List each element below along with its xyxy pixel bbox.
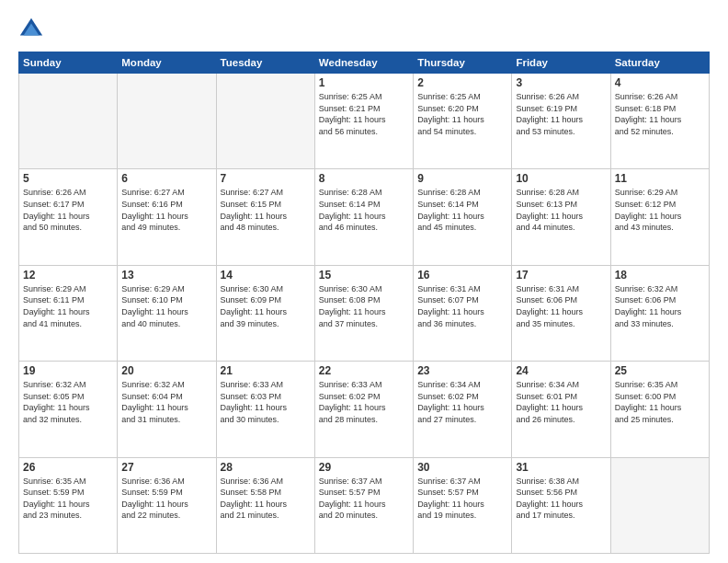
weekday-monday: Monday [118,52,216,74]
cell-info: Sunrise: 6:29 AM Sunset: 6:12 PM Dayligh… [615,187,705,233]
cell-info: Sunrise: 6:28 AM Sunset: 6:14 PM Dayligh… [319,187,409,233]
calendar-cell: 14Sunrise: 6:30 AM Sunset: 6:09 PM Dayli… [216,265,314,361]
calendar-cell: 24Sunrise: 6:34 AM Sunset: 6:01 PM Dayli… [512,362,610,457]
calendar-cell [610,457,709,553]
calendar-cell: 12Sunrise: 6:29 AM Sunset: 6:11 PM Dayli… [19,265,118,361]
calendar-cell: 13Sunrise: 6:29 AM Sunset: 6:10 PM Dayli… [118,265,216,361]
day-number: 16 [417,269,507,282]
calendar-cell: 15Sunrise: 6:30 AM Sunset: 6:08 PM Dayli… [314,265,413,361]
day-number: 4 [615,76,705,89]
weekday-wednesday: Wednesday [314,52,413,74]
calendar-cell: 10Sunrise: 6:28 AM Sunset: 6:13 PM Dayli… [512,169,610,265]
calendar-cell: 23Sunrise: 6:34 AM Sunset: 6:02 PM Dayli… [414,362,512,457]
calendar-cell: 30Sunrise: 6:37 AM Sunset: 5:57 PM Dayli… [414,457,512,553]
logo-icon [18,17,44,42]
cell-info: Sunrise: 6:26 AM Sunset: 6:19 PM Dayligh… [516,91,606,137]
day-number: 26 [23,461,113,474]
cell-info: Sunrise: 6:36 AM Sunset: 5:58 PM Dayligh… [221,476,311,522]
cell-info: Sunrise: 6:25 AM Sunset: 6:20 PM Dayligh… [417,91,507,137]
calendar-cell: 2Sunrise: 6:25 AM Sunset: 6:20 PM Daylig… [414,74,512,169]
cell-info: Sunrise: 6:31 AM Sunset: 6:07 PM Dayligh… [417,283,507,329]
calendar-table: SundayMondayTuesdayWednesdayThursdayFrid… [18,52,710,554]
cell-info: Sunrise: 6:38 AM Sunset: 5:56 PM Dayligh… [516,476,606,522]
cell-info: Sunrise: 6:26 AM Sunset: 6:17 PM Dayligh… [23,187,113,233]
calendar-cell: 9Sunrise: 6:28 AM Sunset: 6:14 PM Daylig… [414,169,512,265]
calendar-cell: 1Sunrise: 6:25 AM Sunset: 6:21 PM Daylig… [314,74,413,169]
cell-info: Sunrise: 6:34 AM Sunset: 6:02 PM Dayligh… [417,379,507,425]
cell-info: Sunrise: 6:26 AM Sunset: 6:18 PM Dayligh… [615,91,705,137]
day-number: 17 [516,269,606,282]
cell-info: Sunrise: 6:32 AM Sunset: 6:06 PM Dayligh… [615,283,705,329]
calendar-cell: 8Sunrise: 6:28 AM Sunset: 6:14 PM Daylig… [314,169,413,265]
cell-info: Sunrise: 6:35 AM Sunset: 6:00 PM Dayligh… [615,379,705,425]
day-number: 3 [516,76,606,89]
cell-info: Sunrise: 6:28 AM Sunset: 6:14 PM Dayligh… [417,187,507,233]
calendar-cell: 27Sunrise: 6:36 AM Sunset: 5:59 PM Dayli… [118,457,216,553]
day-number: 9 [417,172,507,185]
calendar-cell: 22Sunrise: 6:33 AM Sunset: 6:02 PM Dayli… [314,362,413,457]
page: SundayMondayTuesdayWednesdayThursdayFrid… [0,0,728,563]
cell-info: Sunrise: 6:36 AM Sunset: 5:59 PM Dayligh… [121,476,211,522]
calendar-cell [118,74,216,169]
calendar-cell: 20Sunrise: 6:32 AM Sunset: 6:04 PM Dayli… [118,362,216,457]
day-number: 14 [221,269,311,282]
weekday-header-row: SundayMondayTuesdayWednesdayThursdayFrid… [19,52,710,74]
calendar-cell: 3Sunrise: 6:26 AM Sunset: 6:19 PM Daylig… [512,74,610,169]
calendar-cell: 11Sunrise: 6:29 AM Sunset: 6:12 PM Dayli… [610,169,709,265]
weekday-friday: Friday [512,52,610,74]
day-number: 2 [417,76,507,89]
calendar-cell: 19Sunrise: 6:32 AM Sunset: 6:05 PM Dayli… [19,362,118,457]
day-number: 24 [516,364,606,377]
calendar-cell: 17Sunrise: 6:31 AM Sunset: 6:06 PM Dayli… [512,265,610,361]
cell-info: Sunrise: 6:37 AM Sunset: 5:57 PM Dayligh… [417,476,507,522]
calendar-cell: 29Sunrise: 6:37 AM Sunset: 5:57 PM Dayli… [314,457,413,553]
day-number: 15 [319,269,409,282]
day-number: 25 [615,364,705,377]
calendar-cell: 21Sunrise: 6:33 AM Sunset: 6:03 PM Dayli… [216,362,314,457]
day-number: 23 [417,364,507,377]
week-row-4: 26Sunrise: 6:35 AM Sunset: 5:59 PM Dayli… [19,457,710,553]
week-row-0: 1Sunrise: 6:25 AM Sunset: 6:21 PM Daylig… [19,74,710,169]
cell-info: Sunrise: 6:31 AM Sunset: 6:06 PM Dayligh… [516,283,606,329]
weekday-saturday: Saturday [610,52,709,74]
cell-info: Sunrise: 6:32 AM Sunset: 6:05 PM Dayligh… [23,379,113,425]
cell-info: Sunrise: 6:33 AM Sunset: 6:03 PM Dayligh… [221,379,311,425]
cell-info: Sunrise: 6:29 AM Sunset: 6:11 PM Dayligh… [23,283,113,329]
day-number: 19 [23,364,113,377]
week-row-1: 5Sunrise: 6:26 AM Sunset: 6:17 PM Daylig… [19,169,710,265]
day-number: 6 [121,172,211,185]
calendar-cell: 5Sunrise: 6:26 AM Sunset: 6:17 PM Daylig… [19,169,118,265]
day-number: 13 [121,269,211,282]
cell-info: Sunrise: 6:30 AM Sunset: 6:09 PM Dayligh… [221,283,311,329]
calendar-cell: 25Sunrise: 6:35 AM Sunset: 6:00 PM Dayli… [610,362,709,457]
calendar-cell: 26Sunrise: 6:35 AM Sunset: 5:59 PM Dayli… [19,457,118,553]
day-number: 29 [319,461,409,474]
cell-info: Sunrise: 6:29 AM Sunset: 6:10 PM Dayligh… [121,283,211,329]
day-number: 12 [23,269,113,282]
weekday-sunday: Sunday [19,52,118,74]
calendar-cell [216,74,314,169]
calendar-cell: 6Sunrise: 6:27 AM Sunset: 6:16 PM Daylig… [118,169,216,265]
cell-info: Sunrise: 6:25 AM Sunset: 6:21 PM Dayligh… [319,91,409,137]
calendar-cell: 4Sunrise: 6:26 AM Sunset: 6:18 PM Daylig… [610,74,709,169]
day-number: 22 [319,364,409,377]
weekday-thursday: Thursday [414,52,512,74]
day-number: 1 [319,76,409,89]
logo [18,17,48,42]
calendar-cell: 31Sunrise: 6:38 AM Sunset: 5:56 PM Dayli… [512,457,610,553]
cell-info: Sunrise: 6:27 AM Sunset: 6:16 PM Dayligh… [121,187,211,233]
day-number: 30 [417,461,507,474]
day-number: 10 [516,172,606,185]
weekday-tuesday: Tuesday [216,52,314,74]
header [18,17,710,42]
calendar-cell: 16Sunrise: 6:31 AM Sunset: 6:07 PM Dayli… [414,265,512,361]
week-row-3: 19Sunrise: 6:32 AM Sunset: 6:05 PM Dayli… [19,362,710,457]
day-number: 21 [221,364,311,377]
cell-info: Sunrise: 6:35 AM Sunset: 5:59 PM Dayligh… [23,476,113,522]
day-number: 20 [121,364,211,377]
cell-info: Sunrise: 6:30 AM Sunset: 6:08 PM Dayligh… [319,283,409,329]
cell-info: Sunrise: 6:32 AM Sunset: 6:04 PM Dayligh… [121,379,211,425]
calendar-cell [19,74,118,169]
week-row-2: 12Sunrise: 6:29 AM Sunset: 6:11 PM Dayli… [19,265,710,361]
day-number: 11 [615,172,705,185]
